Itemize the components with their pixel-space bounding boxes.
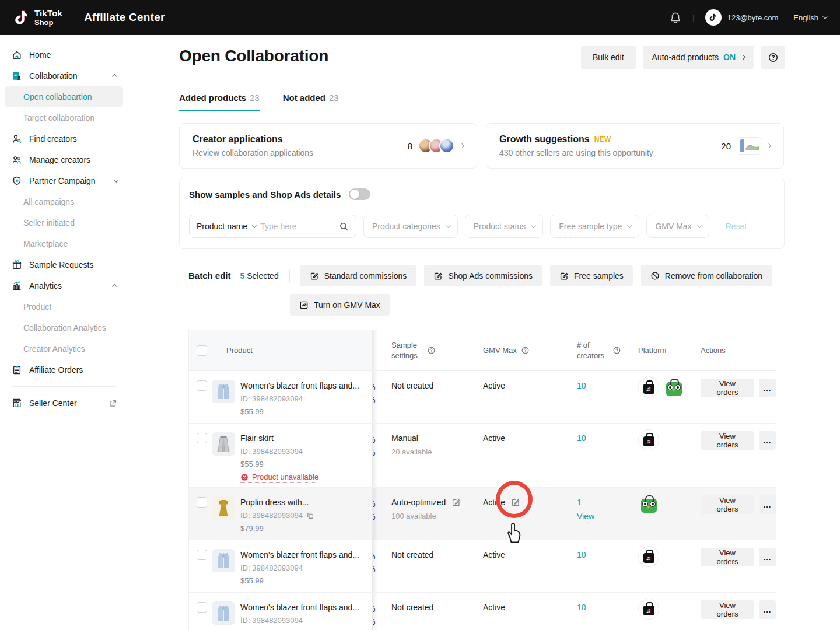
copy-icon[interactable] bbox=[306, 512, 314, 520]
view-creators-link[interactable]: View bbox=[577, 512, 594, 521]
sidebar-item-open-collaboration[interactable]: Open collaboartion bbox=[5, 86, 123, 107]
shop-ads-commissions-button[interactable]: Shop Ads commissions bbox=[424, 265, 542, 286]
product-unavailable-badge[interactable]: Product unavailable bbox=[240, 473, 318, 483]
search-field-selector[interactable]: Product name bbox=[197, 222, 247, 231]
sidebar-item-manage-creators[interactable]: Manage creators bbox=[0, 149, 128, 170]
gmv-max-edit-icon[interactable] bbox=[511, 498, 520, 507]
sidebar-item-collaboration-analytics[interactable]: Collaboration Analytics bbox=[0, 317, 128, 338]
creators-count-link[interactable]: 10 bbox=[577, 603, 586, 612]
shield-icon bbox=[12, 176, 22, 186]
product-name[interactable]: Women's blazer front flaps and... bbox=[240, 603, 359, 612]
creators-count-link[interactable]: 10 bbox=[577, 433, 586, 443]
row-checkbox[interactable] bbox=[197, 602, 207, 612]
product-name[interactable]: Flair skirt bbox=[240, 433, 274, 443]
brand-line-2: Shop bbox=[34, 19, 62, 26]
product-name[interactable]: Women's blazer front flaps and... bbox=[240, 550, 359, 559]
tab-not-added[interactable]: Not added 23 bbox=[283, 93, 339, 111]
product-name[interactable]: Women's blazer front flaps and... bbox=[240, 381, 359, 390]
row-checkbox[interactable] bbox=[197, 433, 207, 443]
search-icon[interactable] bbox=[339, 222, 349, 232]
sidebar-item-sample-requests[interactable]: Sample Requests bbox=[0, 254, 128, 275]
view-orders-button[interactable]: View orders bbox=[701, 431, 754, 450]
home-icon bbox=[12, 50, 22, 60]
view-orders-button[interactable]: View orders bbox=[701, 495, 754, 514]
sidebar-item-partner-campaign[interactable]: Partner Campaign bbox=[0, 170, 128, 191]
clipped-commission-column: %% bbox=[373, 381, 379, 408]
sample-edit-icon[interactable] bbox=[452, 498, 461, 507]
view-orders-button[interactable]: View orders bbox=[701, 600, 754, 619]
language-selector[interactable]: English bbox=[793, 13, 826, 22]
sidebar-item-all-campaigns[interactable]: All campaigns bbox=[0, 191, 128, 212]
tab-added-products[interactable]: Added products 23 bbox=[179, 93, 260, 111]
column-platform: Platform bbox=[638, 330, 666, 370]
show-samples-toggle[interactable] bbox=[349, 188, 370, 200]
clipboard-icon bbox=[12, 365, 22, 375]
sidebar-item-home[interactable]: Home bbox=[0, 44, 128, 65]
collaboration-icon bbox=[12, 71, 22, 81]
sidebar-item-analytics[interactable]: Analytics bbox=[0, 275, 128, 296]
sidebar-item-seller-initiated[interactable]: Seller initiated bbox=[0, 212, 128, 233]
row-checkbox[interactable] bbox=[197, 380, 207, 391]
column-gmv-max: GMV Max bbox=[483, 330, 530, 370]
question-circle-icon[interactable] bbox=[427, 346, 436, 355]
product-thumbnails bbox=[737, 137, 761, 155]
creator-avatars bbox=[418, 138, 454, 153]
more-actions-button[interactable]: ... bbox=[759, 379, 776, 397]
product-status-dropdown[interactable]: Product status bbox=[465, 215, 544, 238]
auto-add-products-button[interactable]: Auto-add products ON bbox=[643, 46, 754, 69]
creators-count-link[interactable]: 10 bbox=[577, 381, 586, 390]
view-orders-button[interactable]: View orders bbox=[701, 548, 754, 566]
chevron-down-icon bbox=[697, 223, 702, 228]
product-categories-dropdown[interactable]: Product categories bbox=[363, 215, 458, 238]
sidebar-item-affiliate-orders[interactable]: Affiliate Orders bbox=[0, 359, 128, 380]
sidebar-item-product[interactable]: Product bbox=[0, 296, 128, 317]
notification-bell-icon[interactable] bbox=[669, 11, 682, 24]
creators-count-link[interactable]: 10 bbox=[577, 550, 586, 559]
question-circle-icon[interactable] bbox=[521, 346, 530, 355]
reset-filters-button[interactable]: Reset bbox=[726, 222, 747, 231]
account-avatar[interactable] bbox=[705, 9, 722, 26]
gmv-max-dropdown[interactable]: GMV Max bbox=[646, 215, 709, 238]
chevron-up-icon bbox=[112, 74, 117, 79]
creators-cell: 10 bbox=[577, 433, 586, 443]
view-orders-button[interactable]: View orders bbox=[701, 379, 754, 397]
tiktok-shop-logo[interactable]: TikTok Shop bbox=[14, 9, 62, 26]
select-all-checkbox[interactable] bbox=[197, 345, 207, 356]
turn-on-gmv-max-button[interactable]: Turn on GMV Max bbox=[290, 294, 390, 316]
card-title: Growth suggestions bbox=[499, 134, 590, 145]
sidebar-item-marketplace[interactable]: Marketplace bbox=[0, 233, 128, 254]
standard-commissions-button[interactable]: Standard commissions bbox=[300, 265, 416, 286]
sidebar-item-collaboration[interactable]: Collaboration bbox=[0, 65, 128, 86]
product-id: ID: 398482093094 bbox=[240, 447, 303, 456]
app-title: Affiliate Center bbox=[84, 11, 164, 24]
free-samples-button[interactable]: Free samples bbox=[550, 265, 633, 286]
product-price: $55.99 bbox=[240, 407, 264, 416]
more-actions-button[interactable]: ... bbox=[759, 431, 776, 450]
more-actions-button[interactable]: ... bbox=[759, 495, 776, 514]
avatar bbox=[439, 138, 454, 153]
row-checkbox[interactable] bbox=[197, 497, 207, 508]
question-circle-icon[interactable] bbox=[612, 346, 621, 355]
more-actions-button[interactable]: ... bbox=[759, 600, 776, 619]
column-product: Product bbox=[226, 346, 253, 355]
search-input[interactable] bbox=[260, 222, 334, 231]
sidebar-item-creator-analytics[interactable]: Creator Analytics bbox=[0, 338, 128, 359]
product-name[interactable]: Poplin dress with... bbox=[240, 498, 309, 507]
free-sample-type-dropdown[interactable]: Free sample type bbox=[550, 215, 639, 238]
sidebar-item-target-collaboration[interactable]: Target collaboration bbox=[0, 107, 128, 128]
remove-from-collaboration-button[interactable]: Remove from collaboration bbox=[641, 265, 772, 286]
sidebar-item-seller-center[interactable]: Seller Center bbox=[0, 393, 128, 414]
creator-applications-card[interactable]: Creator applications Review collaboratio… bbox=[179, 123, 477, 169]
sidebar-item-find-creators[interactable]: Find creators bbox=[0, 128, 128, 149]
row-checkbox[interactable] bbox=[197, 550, 207, 560]
card-count: 8 bbox=[408, 141, 412, 151]
tiktok-note-icon bbox=[709, 13, 718, 22]
header-divider bbox=[73, 11, 74, 24]
product-image bbox=[212, 549, 235, 572]
help-button[interactable] bbox=[761, 46, 785, 69]
growth-suggestions-card[interactable]: Growth suggestions NEW 430 other sellers… bbox=[486, 123, 784, 169]
bulk-edit-button[interactable]: Bulk edit bbox=[581, 46, 636, 69]
sample-availability: 20 available bbox=[391, 447, 432, 456]
creators-count-link[interactable]: 1 bbox=[577, 498, 582, 507]
more-actions-button[interactable]: ... bbox=[759, 548, 776, 566]
